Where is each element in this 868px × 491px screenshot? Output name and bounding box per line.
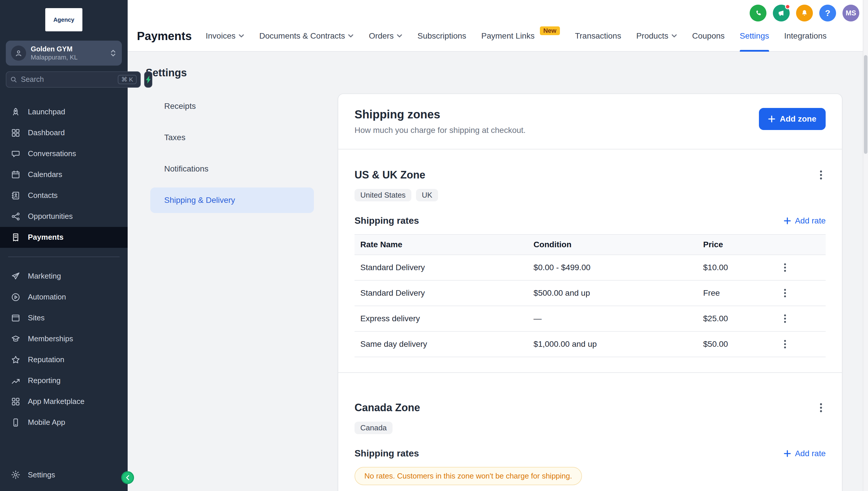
rate-name-cell: Same day delivery <box>355 340 534 349</box>
announcements-button[interactable] <box>773 5 790 22</box>
sidebar-item-calendars[interactable]: Calendars <box>0 164 128 185</box>
add-zone-button[interactable]: Add zone <box>759 108 826 130</box>
subnav-item-notifications[interactable]: Notifications <box>150 156 314 182</box>
shipping-zones-subtitle: How much you charge for shipping at chec… <box>355 126 526 135</box>
dashboard-icon <box>10 128 21 138</box>
payments-icon <box>10 232 21 242</box>
shipping-zones-title: Shipping zones <box>355 108 526 121</box>
phone-icon <box>754 9 762 17</box>
tab-subscriptions[interactable]: Subscriptions <box>417 21 466 51</box>
account-location: Malappuram, KL <box>31 53 105 61</box>
sidebar-item-label: Dashboard <box>28 128 65 137</box>
help-button[interactable]: ? <box>819 5 836 22</box>
shipping-rates-title: Shipping rates <box>355 215 419 226</box>
account-switcher[interactable]: Golden GYM Malappuram, KL <box>6 40 122 65</box>
search-input[interactable] <box>21 75 114 84</box>
zone-menu-button[interactable] <box>816 401 826 415</box>
sidebar-item-conversations[interactable]: Conversations <box>0 143 128 164</box>
zone-menu-button[interactable] <box>816 168 826 182</box>
no-rates-warning: No rates. Customers in this zone won't b… <box>355 467 582 485</box>
table-row: Same day delivery $1,000.00 and up $50.0… <box>355 332 826 357</box>
sidebar-item-label: Reputation <box>28 355 64 364</box>
tab-invoices[interactable]: Invoices <box>206 21 244 51</box>
add-rate-label: Add rate <box>795 216 826 226</box>
shipping-zones-card: Shipping zones How much you charge for s… <box>338 93 842 491</box>
subnav-item-shipping-delivery[interactable]: Shipping & Delivery <box>150 187 314 213</box>
shipping-rates-header: Shipping rates Add rate <box>355 215 826 226</box>
tab-documents-contracts[interactable]: Documents & Contracts <box>259 21 354 51</box>
sidebar-item-memberships[interactable]: Memberships <box>0 328 128 349</box>
zone-region-chips: United States UK <box>355 189 826 201</box>
sidebar-item-label: Calendars <box>28 170 62 179</box>
rate-row-menu-button[interactable] <box>780 286 790 300</box>
tab-integrations[interactable]: Integrations <box>784 21 827 51</box>
column-header: Condition <box>534 240 703 249</box>
tab-products[interactable]: Products <box>636 21 677 51</box>
logo-area: Agency <box>0 0 128 37</box>
search-shortcut: ⌘ K <box>118 75 137 84</box>
sidebar-item-app-marketplace[interactable]: App Marketplace <box>0 391 128 412</box>
quick-actions-button[interactable] <box>144 71 152 88</box>
sidebar-item-payments[interactable]: Payments <box>0 227 128 248</box>
kebab-icon <box>784 263 786 272</box>
kebab-icon <box>784 314 786 323</box>
rate-row-menu-button[interactable] <box>780 338 790 351</box>
condition-cell: $0.00 - $499.00 <box>534 263 703 272</box>
tab-settings[interactable]: Settings <box>740 21 769 51</box>
sidebar-item-settings[interactable]: Settings <box>0 464 128 485</box>
sidebar-bottom: Settings <box>0 464 128 491</box>
sidebar-item-label: Marketing <box>28 271 61 281</box>
tab-payment-links[interactable]: Payment Links New <box>481 21 560 51</box>
avatar-initials: MS <box>846 9 856 17</box>
sidebar-item-mobile-app[interactable]: Mobile App <box>0 412 128 433</box>
rate-row-menu-button[interactable] <box>780 312 790 325</box>
add-zone-label: Add zone <box>780 114 816 124</box>
sidebar-item-launchpad[interactable]: Launchpad <box>0 102 128 122</box>
condition-cell: $500.00 and up <box>534 288 703 298</box>
sidebar-item-reporting[interactable]: Reporting <box>0 370 128 391</box>
sidebar-item-contacts[interactable]: Contacts <box>0 185 128 206</box>
tab-orders[interactable]: Orders <box>369 21 402 51</box>
add-rate-button[interactable]: Add rate <box>784 449 826 458</box>
zone-header: US & UK Zone <box>355 168 826 182</box>
search-box[interactable]: ⌘ K <box>6 71 141 88</box>
sidebar-item-sites[interactable]: Sites <box>0 308 128 328</box>
card-header: Shipping zones How much you charge for s… <box>355 108 826 135</box>
sidebar-item-opportunities[interactable]: Opportunities <box>0 206 128 227</box>
notifications-bell-button[interactable] <box>796 5 813 22</box>
topbar-icons: ? MS <box>750 5 859 22</box>
sidebar-item-label: Memberships <box>28 334 73 343</box>
user-avatar[interactable]: MS <box>842 5 859 22</box>
scrollbar[interactable] <box>863 0 868 491</box>
price-cell: $10.00 <box>703 263 744 272</box>
search-row: ⌘ K <box>6 71 122 88</box>
subnav-item-taxes[interactable]: Taxes <box>150 125 314 150</box>
plus-icon <box>784 218 791 224</box>
bell-icon <box>800 9 809 18</box>
megaphone-icon <box>777 9 785 17</box>
topbar-row: Payments Invoices Documents & Contracts … <box>137 21 827 51</box>
sidebar-item-automation[interactable]: Automation <box>0 287 128 308</box>
phone-button[interactable] <box>750 5 767 22</box>
sidebar-item-reputation[interactable]: Reputation <box>0 349 128 370</box>
kebab-icon <box>784 289 786 297</box>
zone-region-chips: Canada <box>355 422 826 434</box>
sidebar-item-marketing[interactable]: Marketing <box>0 266 128 287</box>
agency-logo: Agency <box>45 8 82 31</box>
sidebar-item-dashboard[interactable]: Dashboard <box>0 122 128 143</box>
mobile-app-icon <box>10 417 21 428</box>
sidebar-collapse-button[interactable] <box>121 471 134 484</box>
account-switcher-text: Golden GYM Malappuram, KL <box>31 45 105 61</box>
scrollbar-thumb[interactable] <box>864 55 867 154</box>
plus-icon <box>784 450 791 457</box>
tab-transactions[interactable]: Transactions <box>575 21 621 51</box>
sidebar-item-label: Settings <box>28 470 55 480</box>
add-rate-button[interactable]: Add rate <box>784 216 826 226</box>
subnav-item-receipts[interactable]: Receipts <box>150 93 314 119</box>
sidebar-item-label: Opportunities <box>28 212 73 221</box>
settings-subnav: Receipts Taxes Notifications Shipping & … <box>150 93 314 219</box>
settings-page-title: Settings <box>146 67 842 79</box>
rate-row-menu-button[interactable] <box>780 261 790 274</box>
tab-coupons[interactable]: Coupons <box>692 21 725 51</box>
contacts-icon <box>10 191 21 201</box>
